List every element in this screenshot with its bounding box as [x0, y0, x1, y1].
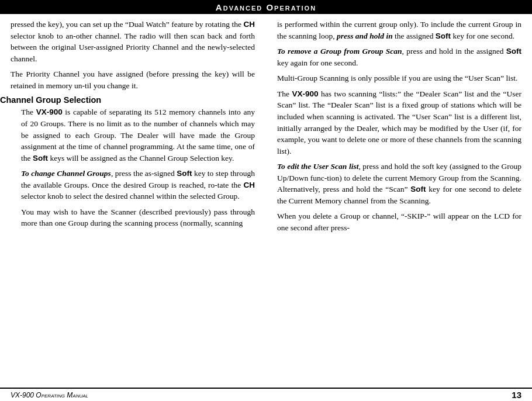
- header-title: Advanced Operation: [216, 2, 316, 12]
- right-p5-italic: To edit the User Scan list: [277, 162, 358, 171]
- left-para-4: To change Channel Groups, press the as-s…: [21, 168, 255, 202]
- left-para-3: The VX-900 is capable of separating its …: [21, 106, 255, 164]
- right-para-1: is performed within the current group on…: [277, 19, 521, 42]
- left-p5-text: You may wish to have the Scanner (descri…: [21, 208, 255, 228]
- left-para-5: You may wish to have the Scanner (descri…: [21, 206, 255, 229]
- left-p3-start: The: [21, 108, 36, 116]
- footer-page-number: 13: [512, 390, 521, 400]
- left-p4-end: selector knob to select the desired chan…: [21, 192, 240, 200]
- left-para-2: The Priority Channel you have assigned (…: [11, 68, 255, 91]
- footer-left: VX-900 Operating Manual: [11, 391, 88, 399]
- page-footer: VX-900 Operating Manual 13: [0, 388, 532, 401]
- left-column: pressed the key), you can set up the “Du…: [11, 19, 260, 385]
- left-p2-text: The Priority Channel you have assigned (…: [11, 70, 255, 90]
- right-p4-start: The: [277, 89, 292, 98]
- section-heading-text: Channel Group Selection: [0, 95, 101, 105]
- page-header: Advanced Operation: [0, 0, 532, 14]
- left-p4-soft: Soft: [177, 169, 192, 178]
- right-p1-soft: Soft: [436, 32, 451, 40]
- left-p4-italic: To change Channel Groups: [21, 169, 111, 178]
- right-p2-soft: Soft: [506, 47, 521, 56]
- left-p1-rest: selector knob to an-other channel. The r…: [11, 32, 255, 63]
- right-p2-end: key again for one second.: [277, 58, 358, 67]
- right-p3-text: Multi-Group Scanning is only possible if…: [277, 74, 517, 82]
- right-para-6: When you delete a Group or channel, “-SK…: [277, 210, 521, 233]
- right-para-3: Multi-Group Scanning is only possible if…: [277, 72, 521, 84]
- right-para-2: To remove a Group from Group Scan, press…: [277, 46, 521, 68]
- page-container: Advanced Operation pressed the key), you…: [0, 0, 532, 401]
- right-p1-bold-italic: press and hold in: [337, 32, 393, 40]
- right-column: is performed within the current group on…: [272, 19, 521, 385]
- left-p3-end: keys will be assigned as the Channel Gro…: [48, 154, 234, 163]
- right-para-5: To edit the User Scan list, press and ho…: [277, 161, 521, 206]
- left-p3-soft: Soft: [33, 154, 48, 163]
- left-p1-ch: CH: [244, 20, 255, 29]
- right-p1-end: key for one second.: [451, 32, 514, 40]
- right-p4-model: VX-900: [292, 89, 318, 98]
- channel-group-selection-heading: Channel Group Selection: [0, 95, 255, 105]
- left-p4-rest: , press the as-signed: [111, 169, 177, 178]
- right-p2-italic: To remove a Group from Group Scan: [277, 47, 402, 56]
- right-p6-text: When you delete a Group or channel, “-SK…: [277, 212, 521, 232]
- left-p4-ch: CH: [244, 181, 255, 189]
- right-para-4: The VX-900 has two scanning “lists:” the…: [277, 88, 521, 157]
- content-area: pressed the key), you can set up the “Du…: [0, 14, 532, 388]
- right-p4-rest: has two scanning “lists:” the “Dealer Sc…: [277, 89, 521, 155]
- left-p1-text1: pressed the key), you can set up the “Du…: [11, 20, 244, 29]
- right-p5-soft: Soft: [410, 185, 426, 193]
- right-p1-rest: the assigned: [393, 32, 436, 40]
- right-p2-rest: , press and hold in the assigned: [402, 47, 506, 56]
- left-p3-model: VX-900: [36, 108, 63, 116]
- left-para-1: pressed the key), you can set up the “Du…: [11, 19, 255, 64]
